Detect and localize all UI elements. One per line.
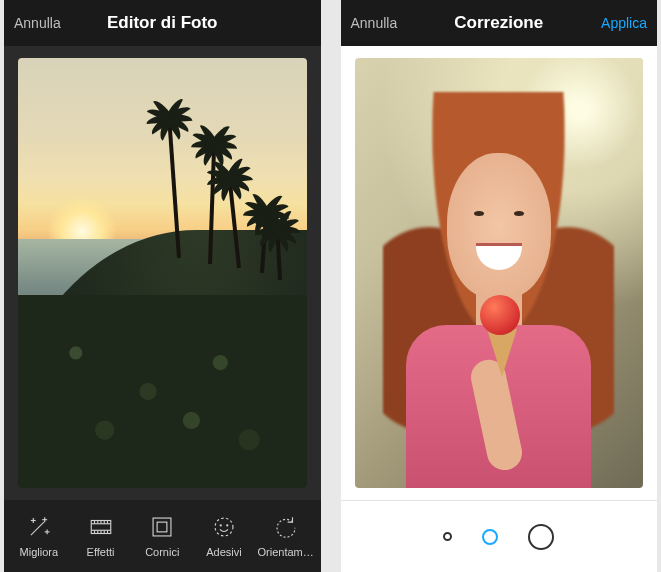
tool-frames[interactable]: Cornici (131, 514, 193, 558)
tool-label: Orientam… (258, 546, 314, 558)
tool-toolbar: Migliora Effetti Cornici (4, 500, 321, 572)
tool-orientation[interactable]: Orientam… (255, 514, 317, 558)
tool-label: Adesivi (206, 546, 241, 558)
tool-label: Effetti (87, 546, 115, 558)
svg-point-23 (220, 524, 222, 526)
sticker-icon (211, 514, 237, 540)
photo-canvas[interactable] (341, 46, 658, 500)
apply-button[interactable]: Applica (577, 15, 647, 31)
header: Annulla Editor di Foto (4, 0, 321, 46)
filmstrip-icon (88, 514, 114, 540)
magic-wand-icon (26, 514, 52, 540)
frame-icon (149, 514, 175, 540)
tool-label: Migliora (20, 546, 59, 558)
page-title: Editor di Foto (84, 13, 241, 33)
brush-size-large[interactable] (528, 524, 554, 550)
page-title: Correzione (421, 13, 578, 33)
tool-label: Cornici (145, 546, 179, 558)
brush-size-medium[interactable] (482, 529, 498, 545)
rotate-icon (273, 514, 299, 540)
editor-screen: Annulla Editor di Foto Migli (4, 0, 321, 572)
tool-stickers[interactable]: Adesivi (193, 514, 255, 558)
cancel-button[interactable]: Annulla (351, 15, 421, 31)
svg-line-0 (31, 522, 44, 535)
correction-screen: Annulla Correzione Applica (341, 0, 658, 572)
svg-rect-20 (153, 518, 171, 536)
photo-beach (18, 58, 307, 488)
tool-effects[interactable]: Effetti (70, 514, 132, 558)
cancel-button[interactable]: Annulla (14, 15, 84, 31)
photo-canvas[interactable] (4, 46, 321, 500)
tool-enhance[interactable]: Migliora (8, 514, 70, 558)
svg-point-22 (215, 518, 233, 536)
svg-rect-21 (157, 522, 167, 532)
brush-size-small[interactable] (443, 532, 452, 541)
svg-point-24 (226, 524, 228, 526)
photo-portrait (355, 58, 644, 488)
header: Annulla Correzione Applica (341, 0, 658, 46)
brush-size-toolbar (341, 500, 658, 572)
